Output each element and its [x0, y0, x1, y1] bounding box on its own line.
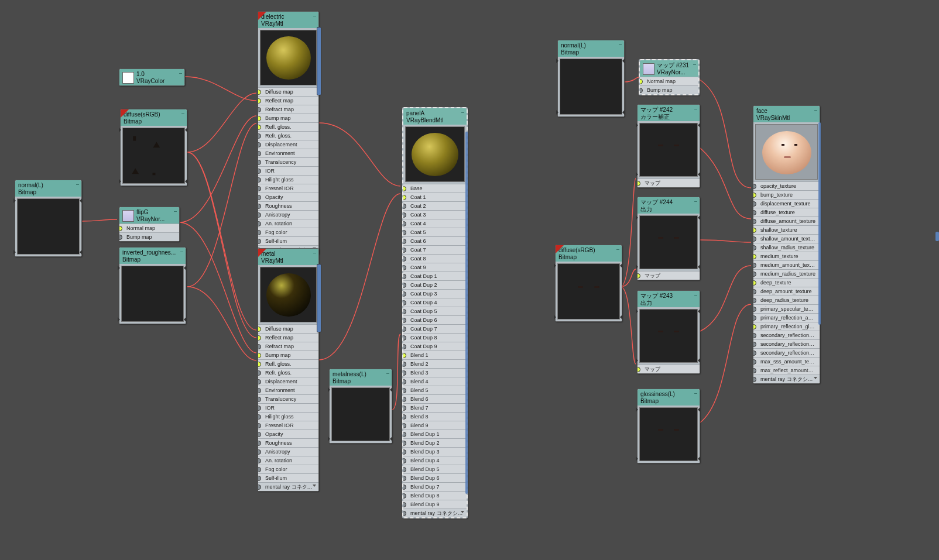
input-slot[interactable]: Opacity [258, 430, 318, 438]
input-slot[interactable]: deep_radius_texture [753, 296, 820, 304]
input-slot[interactable]: Environment [258, 386, 318, 394]
minimize-icon[interactable]: – [814, 107, 817, 113]
node-map-242-color-correction[interactable]: マップ #242カラー補正– マップ [637, 104, 700, 188]
input-slot[interactable]: Blend Dup 6 [403, 473, 467, 482]
input-slot[interactable]: Blend 9 [403, 421, 467, 430]
input-slot[interactable]: Refl. gloss. [258, 122, 318, 131]
input-slot[interactable]: bump_texture [753, 190, 820, 199]
input-slot[interactable]: Normal map [640, 77, 698, 85]
input-slot[interactable]: Blend Dup 8 [403, 491, 467, 500]
node-normal-l-bitmap-right[interactable]: normal(L)Bitmap– [557, 40, 625, 117]
input-slot[interactable]: Coat 4 [403, 219, 467, 228]
input-slot[interactable]: Coat Dup 8 [403, 333, 467, 342]
input-slot[interactable]: Blend 3 [403, 368, 467, 377]
input-slot[interactable]: Diffuse map [258, 324, 318, 333]
input-slot[interactable]: Refl. gloss. [258, 359, 318, 368]
input-slot[interactable]: Blend Dup 7 [403, 482, 467, 491]
minimize-icon[interactable]: – [694, 390, 697, 396]
input-slot[interactable]: Environment [258, 149, 318, 157]
input-slot[interactable]: Bump map [640, 85, 698, 94]
node-map-244-output[interactable]: マップ #244出力– マップ [637, 197, 700, 280]
minimize-icon[interactable]: – [179, 70, 182, 76]
minimize-icon[interactable]: – [693, 61, 696, 67]
input-slot[interactable]: max_sss_amount_texture [753, 357, 820, 366]
input-slot[interactable]: Hilight gloss [258, 412, 318, 421]
node-diffuse-srgb-bitmap-left[interactable]: diffuse(sRGB)Bitmap– [120, 109, 187, 186]
input-slot[interactable]: secondary_reflection_am... [753, 339, 820, 348]
input-slot[interactable]: secondary_reflection_glo... [753, 348, 820, 357]
input-slot[interactable]: secondary_reflection_tex... [753, 331, 820, 339]
input-slot[interactable]: マップ [638, 271, 700, 280]
input-slot[interactable]: Coat Dup 9 [403, 342, 467, 351]
input-slot[interactable]: Blend Dup 4 [403, 456, 467, 465]
input-slot[interactable]: diffuse_amount_texture [753, 217, 820, 225]
minimize-icon[interactable]: – [619, 42, 622, 47]
input-slot[interactable]: Displacement [258, 140, 318, 149]
input-slot[interactable]: Coat Dup 4 [403, 298, 467, 307]
input-slot[interactable]: マップ [638, 178, 700, 187]
input-slot[interactable]: shallow_amount_texture [753, 234, 820, 243]
node-normal-l-bitmap-left[interactable]: normal(L)Bitmap– [15, 180, 82, 257]
input-slot[interactable]: Coat 1 [403, 193, 467, 201]
input-slot[interactable]: Blend Dup 3 [403, 447, 467, 456]
node-glossiness-l-bitmap[interactable]: glossiness(L)Bitmap– [637, 389, 700, 463]
input-slot[interactable]: Coat 2 [403, 201, 467, 210]
minimize-icon[interactable]: – [694, 106, 697, 112]
input-slot[interactable]: mental ray コネクション [258, 482, 318, 491]
minimize-icon[interactable]: – [76, 181, 79, 187]
input-slot[interactable]: Refr. gloss. [258, 368, 318, 377]
input-slot[interactable]: diffuse_texture [753, 208, 820, 217]
input-slot[interactable]: Bump map [119, 232, 179, 241]
node-metalness-bitmap[interactable]: metalness(L)Bitmap– [329, 369, 392, 444]
input-slot[interactable]: max_reflect_amount_text... [753, 366, 820, 375]
input-slot[interactable]: Blend 7 [403, 403, 467, 412]
input-slot[interactable]: Coat 5 [403, 228, 467, 236]
input-slot[interactable]: Hilight gloss [258, 175, 318, 184]
output-handle[interactable] [317, 27, 321, 95]
minimize-icon[interactable]: – [616, 246, 619, 252]
input-slot[interactable]: Coat 6 [403, 236, 467, 245]
input-slot[interactable]: Fresnel IOR [258, 184, 318, 193]
minimize-icon[interactable]: – [386, 370, 389, 376]
input-slot[interactable]: Coat Dup 1 [403, 272, 467, 280]
input-slot[interactable]: deep_texture [753, 278, 820, 287]
input-slot[interactable]: Roughness [258, 201, 318, 210]
minimize-icon[interactable]: – [181, 111, 184, 116]
input-slot[interactable]: Bump map [258, 351, 318, 359]
input-slot[interactable]: Anisotropy [258, 210, 318, 219]
input-slot[interactable]: Reflect map [258, 96, 318, 105]
node-metal-vraymtl[interactable]: metalVRayMtl– Diffuse mapReflect mapRefr… [258, 248, 319, 492]
node-map-231-vraynormalmap[interactable]: マップ #231 VRayNor... – Normal mapBump map [639, 59, 700, 95]
input-slot[interactable]: Blend 2 [403, 359, 467, 368]
minimize-icon[interactable]: – [461, 109, 464, 115]
input-slot[interactable]: Self-illum [258, 473, 318, 482]
minimize-icon[interactable]: – [694, 198, 697, 204]
output-handle[interactable] [317, 264, 321, 332]
input-slot[interactable]: primary_specular_texture [753, 304, 820, 313]
input-slot[interactable]: An. rotation [258, 456, 318, 465]
input-slot[interactable]: mental ray コネクション [403, 509, 467, 517]
node-diffuse-srgb-bitmap-right[interactable]: diffuse(sRGB)Bitmap– [555, 245, 622, 322]
minimize-icon[interactable]: – [313, 13, 316, 19]
input-slot[interactable]: Opacity [258, 193, 318, 201]
input-slot[interactable]: opacity_texture [753, 181, 820, 190]
input-slot[interactable]: Fresnel IOR [258, 421, 318, 430]
input-slot[interactable]: Coat 7 [403, 245, 467, 254]
input-slot[interactable]: Blend 6 [403, 394, 467, 403]
input-slot[interactable]: Normal map [119, 224, 179, 232]
minimize-icon[interactable]: – [180, 249, 183, 255]
input-slot[interactable]: Refr. gloss. [258, 131, 318, 140]
view-scrollbar-handle[interactable] [935, 232, 939, 241]
input-slot[interactable]: Blend Dup 9 [403, 500, 467, 509]
input-slot[interactable]: shallow_texture [753, 225, 820, 234]
input-slot[interactable]: Refract map [258, 342, 318, 351]
input-slot[interactable]: Coat 9 [403, 263, 467, 272]
input-slot[interactable]: mental ray コネクション [753, 375, 820, 383]
input-slot[interactable]: primary_reflection_glossi... [753, 322, 820, 331]
input-slot[interactable]: Blend 5 [403, 386, 467, 394]
node-panela-vrayblendmtl[interactable]: panelAVRayBlendMtl– BaseCoat 1Coat 2Coat… [402, 107, 468, 518]
node-flipg-vraynormalmap[interactable]: flipG VRayNor... – Normal mapBump map [119, 207, 180, 242]
minimize-icon[interactable]: – [174, 208, 177, 214]
input-slot[interactable]: Translucency [258, 394, 318, 403]
input-slot[interactable]: Coat Dup 5 [403, 307, 467, 315]
